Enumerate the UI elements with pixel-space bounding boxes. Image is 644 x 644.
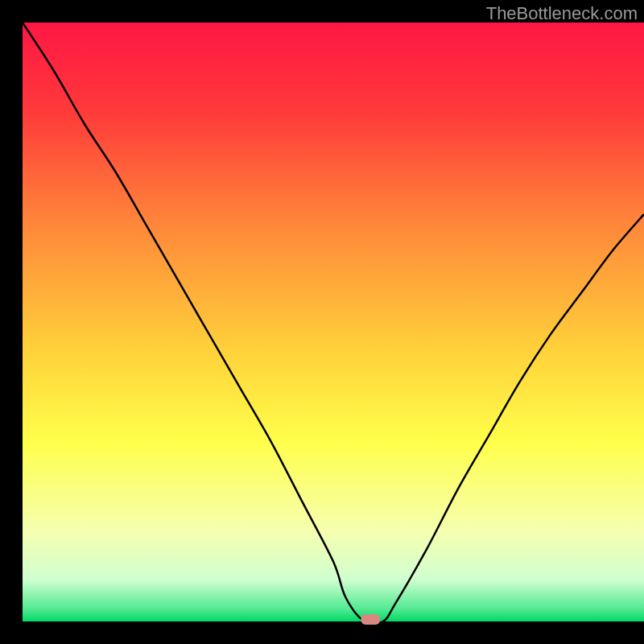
minimum-indicator [361, 614, 380, 625]
gradient-background [23, 23, 644, 621]
watermark-text: TheBottleneck.com [486, 3, 638, 24]
chart-svg [0, 0, 644, 644]
chart-container: TheBottleneck.com [0, 0, 644, 644]
